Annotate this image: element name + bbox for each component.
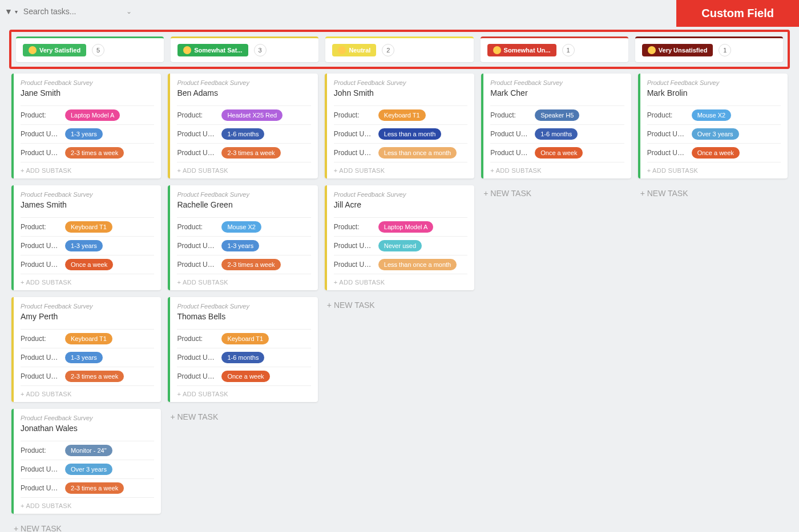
field-label: Product Usa... <box>21 130 60 138</box>
add-subtask-button[interactable]: + ADD SUBTASK <box>21 385 154 402</box>
add-subtask-button[interactable]: + ADD SUBTASK <box>334 274 467 290</box>
usage-duration-pill: 1-6 months <box>221 128 264 140</box>
filter-icon[interactable]: ▼ <box>5 7 13 16</box>
add-subtask-button[interactable]: + ADD SUBTASK <box>21 162 154 178</box>
new-task-button[interactable]: + NEW TASK <box>168 409 317 425</box>
status-pill: Very Satisfied <box>23 44 86 56</box>
column-header[interactable]: Very Satisfied5 <box>16 36 164 62</box>
task-card[interactable]: Product Feedback SurveyMark BrolinProduc… <box>638 74 788 178</box>
field-label: Product Usa... <box>177 372 217 380</box>
field-row-usage-freq: Product Usa...Once a week <box>21 255 154 274</box>
field-row-usage-duration: Product Usa...1-6 months <box>490 124 624 143</box>
field-row-product: Product:Keyboard T1 <box>21 329 154 348</box>
field-row-usage-duration: Product Usa...1-3 years <box>21 236 154 255</box>
add-subtask-button[interactable]: + ADD SUBTASK <box>647 162 781 178</box>
field-row-usage-duration: Product Usa...1-6 months <box>177 348 310 367</box>
card-title: Jane Smith <box>21 88 154 98</box>
product-pill: Mouse X2 <box>221 221 261 233</box>
usage-freq-pill: 2-3 times a week <box>221 147 280 159</box>
add-subtask-button[interactable]: + ADD SUBTASK <box>334 162 467 178</box>
task-card[interactable]: Product Feedback SurveyRachelle GreenPro… <box>168 185 317 290</box>
new-task-button[interactable]: + NEW TASK <box>325 297 474 313</box>
task-card[interactable]: Product Feedback SurveyAmy PerthProduct:… <box>11 297 161 402</box>
product-pill: Laptop Model A <box>65 109 120 121</box>
status-label: Very Satisfied <box>39 47 80 54</box>
new-task-button[interactable]: + NEW TASK <box>638 185 788 201</box>
search-caret-icon[interactable]: ⌄ <box>126 7 132 15</box>
add-subtask-button[interactable]: + ADD SUBTASK <box>177 274 310 290</box>
field-label: Product Usa... <box>334 261 374 269</box>
field-label: Product Usa... <box>177 130 217 138</box>
field-label: Product Usa... <box>334 242 374 250</box>
count-badge: 1 <box>719 44 731 56</box>
add-subtask-button[interactable]: + ADD SUBTASK <box>21 274 154 290</box>
emoji-icon <box>183 46 191 54</box>
field-label: Product Usa... <box>21 372 60 380</box>
field-row-product: Product:Keyboard T1 <box>334 105 467 124</box>
column-headers-row: Very Satisfied5Somewhat Sat...3Neutral2S… <box>9 30 790 69</box>
column-header[interactable]: Very Unsatisfied1 <box>635 36 783 62</box>
field-row-usage-freq: Product Usa...2-3 times a week <box>177 255 310 274</box>
field-row-usage-duration: Product Usa...1-3 years <box>21 124 154 143</box>
field-row-usage-duration: Product Usa...1-3 years <box>177 236 310 255</box>
field-label: Product: <box>490 111 530 119</box>
field-row-usage-freq: Product Usa...Less than once a month <box>334 255 467 274</box>
field-label: Product Usa... <box>21 354 60 362</box>
add-subtask-button[interactable]: + ADD SUBTASK <box>490 162 624 178</box>
card-title: Amy Perth <box>21 312 154 321</box>
field-label: Product: <box>21 223 60 231</box>
survey-label: Product Feedback Survey <box>177 303 310 310</box>
usage-duration-pill: 1-3 years <box>65 240 103 251</box>
field-row-product: Product:Laptop Model A <box>21 105 154 124</box>
task-card[interactable]: Product Feedback SurveyJonathan WalesPro… <box>11 409 161 514</box>
column-header[interactable]: Neutral2 <box>325 36 473 62</box>
count-badge: 5 <box>92 44 104 56</box>
column-header[interactable]: Somewhat Un...1 <box>481 36 628 62</box>
task-card[interactable]: Product Feedback SurveyJohn SmithProduct… <box>325 74 474 178</box>
field-row-usage-duration: Product Usa...1-3 years <box>21 348 154 367</box>
product-pill: Mouse X2 <box>692 109 732 121</box>
product-pill: Keyboard T1 <box>378 109 426 121</box>
count-badge: 2 <box>382 44 394 56</box>
card-title: Jonathan Wales <box>21 424 154 433</box>
field-label: Product: <box>334 111 374 119</box>
usage-freq-pill: Once a week <box>692 147 740 159</box>
card-title: Mark Cher <box>490 88 624 98</box>
field-row-product: Product:Speaker H5 <box>490 105 624 124</box>
task-card[interactable]: Product Feedback SurveyMark CherProduct:… <box>481 74 631 178</box>
usage-duration-pill: Over 3 years <box>692 128 739 140</box>
usage-duration-pill: 1-3 years <box>65 352 103 363</box>
task-card[interactable]: Product Feedback SurveyJane SmithProduct… <box>11 74 161 178</box>
task-card[interactable]: Product Feedback SurveyJill AcreProduct:… <box>325 185 474 290</box>
status-pill: Somewhat Sat... <box>177 44 248 56</box>
filter-caret-icon[interactable]: ▾ <box>15 9 18 15</box>
kanban-column: Product Feedback SurveyMark CherProduct:… <box>481 74 631 530</box>
add-subtask-button[interactable]: + ADD SUBTASK <box>21 497 154 514</box>
kanban-column: Product Feedback SurveyJane SmithProduct… <box>11 74 161 530</box>
card-title: Jill Acre <box>334 200 467 209</box>
new-task-button[interactable]: + NEW TASK <box>11 521 161 532</box>
usage-freq-pill: 2-3 times a week <box>65 482 124 494</box>
field-label: Product: <box>334 223 374 231</box>
kanban-column: Product Feedback SurveyJohn SmithProduct… <box>325 74 474 530</box>
survey-label: Product Feedback Survey <box>177 191 310 198</box>
card-title: Ben Adams <box>177 88 310 98</box>
card-title: James Smith <box>21 200 154 209</box>
add-subtask-button[interactable]: + ADD SUBTASK <box>177 162 310 178</box>
task-card[interactable]: Product Feedback SurveyJames SmithProduc… <box>11 185 161 290</box>
survey-label: Product Feedback Survey <box>647 79 781 86</box>
add-subtask-button[interactable]: + ADD SUBTASK <box>177 385 310 402</box>
new-task-button[interactable]: + NEW TASK <box>481 185 631 201</box>
product-pill: Speaker H5 <box>535 109 579 121</box>
usage-duration-pill: 1-6 months <box>535 128 578 140</box>
survey-label: Product Feedback Survey <box>21 191 154 198</box>
search-input[interactable] <box>23 7 109 16</box>
usage-duration-pill: Never used <box>378 240 422 251</box>
task-card[interactable]: Product Feedback SurveyThomas BellsProdu… <box>168 297 317 402</box>
product-pill: Keyboard T1 <box>65 221 112 233</box>
task-card[interactable]: Product Feedback SurveyBen AdamsProduct:… <box>168 74 317 178</box>
status-label: Somewhat Un... <box>504 47 551 54</box>
column-header[interactable]: Somewhat Sat...3 <box>171 36 318 62</box>
field-row-usage-duration: Product Usa...Less than a month <box>334 124 467 143</box>
kanban-column: Product Feedback SurveyMark BrolinProduc… <box>638 74 788 530</box>
